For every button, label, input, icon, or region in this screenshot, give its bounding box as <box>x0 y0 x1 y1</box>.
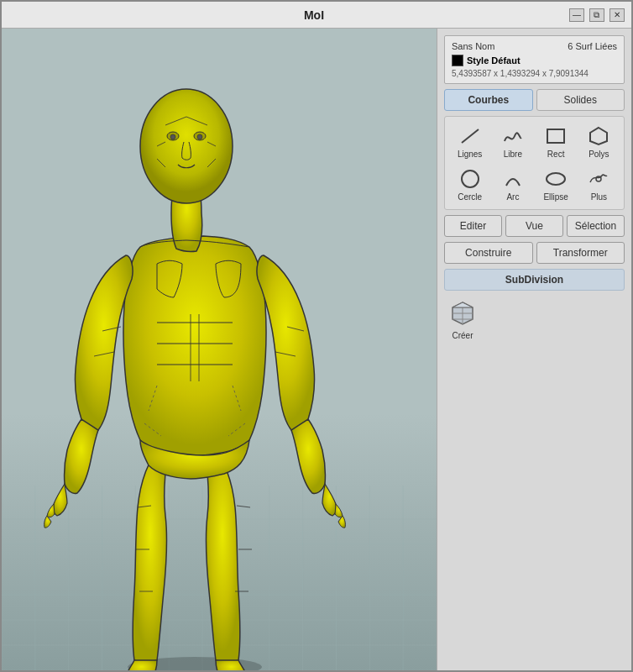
libre-label: Libre <box>504 150 522 159</box>
tool-rect[interactable]: Rect <box>536 122 576 161</box>
cercle-icon <box>458 167 482 191</box>
info-box: Sans Nom 6 Surf Liées Style Défaut 5,439… <box>444 35 625 84</box>
style-color-swatch <box>452 55 463 66</box>
arc-icon <box>501 167 525 191</box>
creer-item[interactable]: Créer <box>447 299 478 340</box>
lignes-icon <box>458 124 482 148</box>
right-panel: Sans Nom 6 Surf Liées Style Défaut 5,439… <box>437 29 631 670</box>
vue-button[interactable]: Vue <box>505 215 563 237</box>
tools-section: Lignes Libre <box>444 116 625 210</box>
info-row: Sans Nom 6 Surf Liées <box>452 41 617 51</box>
polys-icon <box>587 124 610 148</box>
style-name: Style Défaut <box>467 55 521 66</box>
app-window: MoI — ⧉ ✕ <box>0 0 633 672</box>
minimize-button[interactable]: — <box>569 8 584 22</box>
ellipse-icon <box>544 167 568 191</box>
title-bar: MoI — ⧉ ✕ <box>2 2 631 29</box>
curve-solid-tabs: Courbes Solides <box>444 89 625 111</box>
maximize-button[interactable]: ⧉ <box>589 8 604 22</box>
svg-point-56 <box>547 173 565 185</box>
close-button[interactable]: ✕ <box>609 8 625 22</box>
dimensions: 5,4393587 x 1,4393294 x 7,9091344 <box>452 69 617 78</box>
window-controls: — ⧉ ✕ <box>569 8 625 22</box>
subdivision-tools: Créer <box>444 296 625 344</box>
viewport[interactable] <box>2 29 437 670</box>
svg-line-49 <box>237 506 250 507</box>
selection-button[interactable]: Sélection <box>567 215 625 237</box>
svg-marker-54 <box>590 128 607 144</box>
creer-label: Créer <box>452 331 473 340</box>
tab-courbes[interactable]: Courbes <box>444 89 533 111</box>
surfaces-count: 6 Surf Liées <box>568 41 617 51</box>
tab-solides[interactable]: Solides <box>536 89 625 111</box>
transformer-button[interactable]: Transformer <box>536 242 625 264</box>
editer-button[interactable]: Editer <box>444 215 502 237</box>
polys-label: Polys <box>589 150 609 159</box>
arc-label: Arc <box>506 192 519 202</box>
cercle-label: Cercle <box>458 192 482 202</box>
main-content: Sans Nom 6 Surf Liées Style Défaut 5,439… <box>2 29 631 670</box>
ellipse-label: Ellipse <box>543 192 568 202</box>
svg-point-55 <box>462 171 479 187</box>
plus-icon <box>587 167 610 191</box>
tool-polys[interactable]: Polys <box>579 122 619 161</box>
svg-marker-63 <box>453 302 473 307</box>
tool-libre[interactable]: Libre <box>493 122 532 161</box>
edit-view-select-row: Editer Vue Sélection <box>444 215 625 237</box>
object-name: Sans Nom <box>452 41 494 51</box>
subdivision-header: SubDivision <box>444 269 625 291</box>
rect-label: Rect <box>547 150 565 159</box>
svg-line-52 <box>462 129 479 143</box>
svg-rect-53 <box>547 129 564 143</box>
window-title: MoI <box>304 8 324 22</box>
libre-icon <box>501 124 525 148</box>
creer-icon <box>447 299 478 329</box>
tools-grid: Lignes Libre <box>450 122 619 204</box>
human-figure <box>10 37 396 670</box>
tool-arc[interactable]: Arc <box>493 165 532 204</box>
tool-plus[interactable]: Plus <box>579 165 619 204</box>
rect-icon <box>544 124 568 148</box>
tool-lignes[interactable]: Lignes <box>450 122 489 161</box>
tool-ellipse[interactable]: Ellipse <box>536 165 576 204</box>
svg-point-30 <box>170 134 175 139</box>
lignes-label: Lignes <box>458 150 482 159</box>
style-row: Style Défaut <box>452 55 617 66</box>
tool-cercle[interactable]: Cercle <box>450 165 489 204</box>
svg-point-31 <box>197 134 202 139</box>
plus-label: Plus <box>591 192 607 202</box>
svg-point-27 <box>140 89 233 203</box>
construire-transformer-row: Construire Transformer <box>444 242 625 264</box>
construire-button[interactable]: Construire <box>444 242 533 264</box>
